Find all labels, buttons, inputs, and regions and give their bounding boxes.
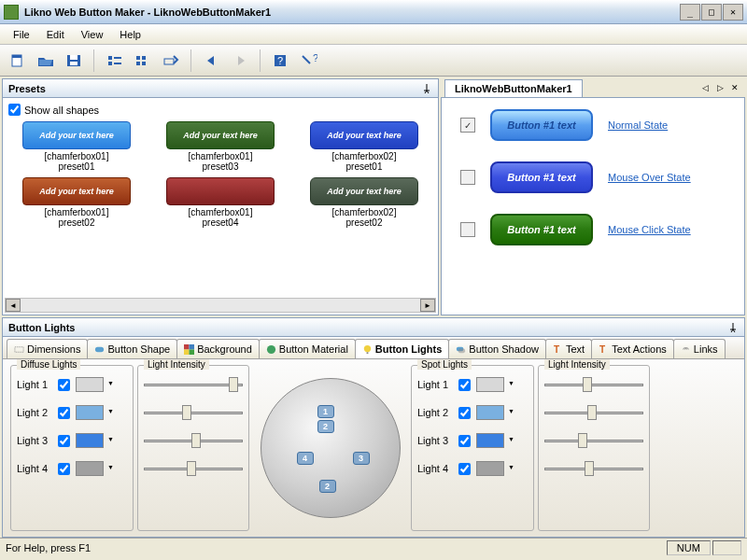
menu-file[interactable]: File (6, 27, 37, 42)
slider-thumb[interactable] (583, 377, 592, 392)
show-all-shapes-checkbox[interactable] (8, 104, 21, 116)
mouseover-state-checkbox[interactable] (460, 170, 475, 185)
diffuse-intensity-group: Light Intensity (137, 365, 249, 531)
new-button[interactable] (6, 49, 30, 73)
mouseclick-state-checkbox[interactable] (460, 222, 475, 237)
preview-tabstrip: LiknoWebButtonMaker1 ◁ ▷ ✕ (441, 78, 745, 97)
scroll-right-icon[interactable]: ► (420, 299, 435, 312)
svg-rect-16 (95, 346, 104, 352)
slider-thumb[interactable] (182, 405, 191, 420)
preset-item[interactable]: [chamferbox01]preset04 (152, 177, 289, 228)
light-marker-5[interactable]: 2 (319, 480, 336, 493)
presets-scrollbar[interactable]: ◄ ► (5, 298, 436, 313)
mouseclick-state-link[interactable]: Mouse Click State (608, 224, 691, 235)
normal-state-button[interactable]: Button #1 text (490, 109, 593, 141)
mouseover-state-button[interactable]: Button #1 text (490, 161, 593, 193)
scroll-left-icon[interactable]: ◄ (6, 299, 21, 312)
tab-button-lights[interactable]: Button Lights (355, 339, 449, 358)
context-help-button[interactable]: ? (297, 49, 321, 73)
tab-button-material[interactable]: Button Material (259, 339, 356, 358)
light-checkbox[interactable] (458, 463, 471, 475)
tab-close-icon[interactable]: ✕ (728, 81, 741, 94)
slider-thumb[interactable] (187, 461, 196, 476)
light-checkbox[interactable] (58, 435, 70, 447)
light-marker-3[interactable]: 3 (353, 452, 370, 465)
tab-button-shape[interactable]: Button Shape (87, 339, 177, 358)
intensity-slider[interactable] (144, 459, 243, 478)
pin-icon[interactable] (421, 83, 432, 94)
preset-button[interactable]: Add your text here (22, 177, 131, 205)
minimize-button[interactable]: _ (680, 4, 700, 21)
tool-btn-1[interactable] (103, 49, 127, 73)
tool-btn-2[interactable] (131, 49, 155, 73)
preset-button[interactable] (166, 177, 275, 205)
preset-button[interactable]: Add your text here (166, 121, 275, 149)
save-button[interactable] (62, 49, 86, 73)
slider-thumb[interactable] (578, 433, 587, 448)
light-checkbox[interactable] (58, 407, 70, 419)
light-checkbox[interactable] (458, 407, 471, 419)
tab-button-shadow[interactable]: Button Shadow (448, 339, 546, 358)
tab-text-actions[interactable]: TText Actions (591, 339, 674, 358)
light-color-button[interactable] (76, 377, 104, 392)
light-sphere[interactable]: 1 2 4 3 2 (261, 378, 401, 518)
normal-state-link[interactable]: Normal State (608, 119, 668, 131)
light-marker-1[interactable]: 1 (317, 405, 334, 418)
slider-thumb[interactable] (587, 405, 597, 420)
menu-edit[interactable]: Edit (39, 27, 72, 42)
light-color-button[interactable] (476, 405, 504, 420)
light-marker-4[interactable]: 4 (297, 452, 314, 465)
preset-button[interactable]: Add your text here (310, 121, 418, 149)
light-color-button[interactable] (476, 461, 504, 476)
intensity-slider[interactable] (544, 431, 643, 450)
tab-prev-icon[interactable]: ◁ (698, 81, 712, 94)
intensity-slider[interactable] (544, 459, 643, 478)
light-color-button[interactable] (76, 405, 104, 420)
preset-item[interactable]: Add your text here[chamferbox01]preset02 (8, 177, 145, 228)
tab-text[interactable]: TText (545, 339, 592, 358)
intensity-slider[interactable] (144, 375, 243, 394)
light-checkbox[interactable] (58, 463, 70, 475)
forward-button[interactable] (228, 49, 252, 73)
menu-help[interactable]: Help (112, 27, 148, 42)
intensity-slider[interactable] (144, 431, 243, 450)
preset-item[interactable]: Add your text here[chamferbox01]preset03 (152, 121, 289, 172)
preview-tab[interactable]: LiknoWebButtonMaker1 (444, 79, 583, 97)
open-button[interactable] (34, 49, 58, 73)
preset-item[interactable]: Add your text here[chamferbox02]preset01 (296, 121, 432, 172)
slider-thumb[interactable] (229, 377, 238, 392)
back-button[interactable] (200, 49, 224, 73)
tab-background[interactable]: Background (176, 339, 260, 358)
close-button[interactable]: ✕ (723, 4, 743, 21)
mouseclick-state-button[interactable]: Button #1 text (490, 214, 593, 245)
slider-thumb[interactable] (191, 433, 201, 448)
light-checkbox[interactable] (458, 435, 471, 447)
intensity-slider[interactable] (544, 375, 643, 394)
tab-next-icon[interactable]: ▷ (713, 81, 726, 94)
tab-dimensions[interactable]: Dimensions (7, 339, 88, 358)
preset-button[interactable]: Add your text here (22, 121, 131, 149)
tab-links[interactable]: Links (673, 339, 726, 358)
normal-state-checkbox[interactable]: ✓ (460, 118, 475, 133)
intensity-slider[interactable] (144, 403, 243, 422)
preset-item[interactable]: Add your text here[chamferbox01]preset01 (8, 121, 145, 172)
menu-view[interactable]: View (74, 27, 111, 42)
intensity-slider[interactable] (544, 403, 643, 422)
light-checkbox[interactable] (58, 379, 70, 391)
light-color-button[interactable] (76, 461, 104, 476)
help-button[interactable]: ? (269, 49, 293, 73)
light-marker-2[interactable]: 2 (317, 420, 334, 433)
preset-item[interactable]: Add your text here[chamferbox02]preset02 (296, 177, 432, 228)
maximize-button[interactable]: □ (701, 4, 722, 21)
lights-title: Button Lights (8, 322, 75, 333)
preset-caption: [chamferbox01]preset01 (45, 151, 109, 172)
light-color-button[interactable] (476, 377, 504, 392)
light-checkbox[interactable] (458, 379, 471, 391)
pin-icon[interactable] (727, 322, 739, 333)
light-color-button[interactable] (476, 433, 504, 448)
slider-thumb[interactable] (585, 461, 594, 476)
light-color-button[interactable] (76, 433, 104, 448)
preset-button[interactable]: Add your text here (310, 177, 418, 205)
tool-btn-3[interactable] (159, 49, 183, 73)
mouseover-state-link[interactable]: Mouse Over State (608, 172, 691, 183)
